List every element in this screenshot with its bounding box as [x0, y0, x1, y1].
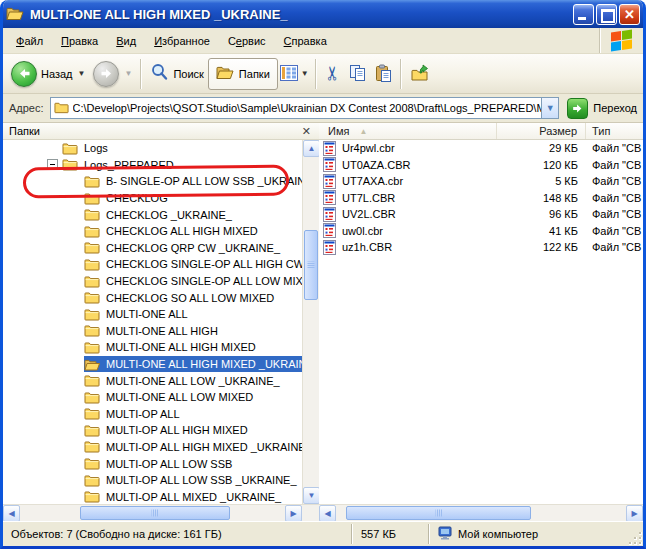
- tree-item-label: MULTI-OP ALL LOW SSB: [104, 458, 234, 470]
- tree-vscroll-thumb[interactable]: [304, 230, 318, 300]
- scroll-down-icon[interactable]: ▼: [303, 487, 319, 504]
- tree-hscroll-thumb[interactable]: [80, 506, 230, 520]
- file-row[interactable]: Ur4pwl.cbr29 КБФайл "CB: [319, 140, 643, 157]
- back-dropdown-icon[interactable]: ▼: [78, 69, 86, 78]
- tree-item[interactable]: CHECKLOG SINGLE-OP ALL HIGH CW: [3, 256, 319, 273]
- file-row[interactable]: UT7AXA.cbr5 КБФайл "CB: [319, 173, 643, 190]
- file-row[interactable]: UV2L.CBR96 КБФайл "CB: [319, 206, 643, 223]
- tree-item-body: CHECKLOG SO ALL LOW MIXED: [84, 289, 319, 306]
- back-icon: [11, 61, 37, 87]
- tree-item-label: Logs_PREPARED: [82, 159, 176, 171]
- paste-button[interactable]: [371, 62, 396, 86]
- column-header-size[interactable]: Размер: [497, 123, 586, 139]
- address-label: Адрес:: [9, 102, 44, 114]
- tree-item[interactable]: MULTI-ONE ALL HIGH: [3, 323, 319, 340]
- tree-horizontal-scrollbar[interactable]: ◀ ▶: [3, 504, 319, 521]
- tree-item[interactable]: Logs_PREPARED: [3, 157, 319, 174]
- tree-hscroll-track[interactable]: [20, 505, 285, 521]
- search-button[interactable]: Поиск: [146, 61, 207, 86]
- explorer-window: MULTI-ONE ALL HIGH MIXED _UKRAINE_ ✕ Фай…: [0, 0, 646, 549]
- scroll-right-icon[interactable]: ▶: [285, 505, 302, 522]
- tree-item[interactable]: CHECKLOG ALL HIGH MIXED: [3, 223, 319, 240]
- scroll-right-icon[interactable]: ▶: [626, 505, 643, 521]
- copy-button[interactable]: [345, 62, 371, 86]
- scroll-left-icon[interactable]: ◀: [3, 505, 20, 522]
- tree-item[interactable]: MULTI-OP ALL HIGH MIXED: [3, 422, 319, 439]
- address-combobox[interactable]: C:\Develop\Projects\QSOT.Studio\Sample\U…: [50, 97, 560, 119]
- file-type: Файл "CB: [586, 142, 643, 154]
- menu-item-edit[interactable]: Правка: [52, 35, 107, 47]
- menu-item-view[interactable]: Вид: [107, 35, 145, 47]
- search-icon: [150, 63, 169, 84]
- paste-icon: [375, 64, 392, 84]
- tree-item[interactable]: Logs: [3, 140, 319, 157]
- close-button[interactable]: ✕: [619, 4, 640, 25]
- file-row[interactable]: uw0l.cbr41 КБФайл "CB: [319, 223, 643, 240]
- go-button[interactable]: Переход: [567, 98, 637, 119]
- views-icon: [280, 65, 298, 83]
- views-dropdown-icon[interactable]: ▼: [301, 69, 309, 78]
- menu-item-favorites[interactable]: Избранное: [145, 35, 219, 47]
- minimize-button[interactable]: [573, 4, 594, 25]
- tree-item-body: MULTI-OP ALL HIGH MIXED _UKRAINE_: [84, 439, 319, 456]
- forward-button[interactable]: ▼: [89, 59, 136, 89]
- column-header-type[interactable]: Тип: [586, 123, 643, 139]
- cut-button[interactable]: ✂: [321, 62, 345, 85]
- address-dropdown-icon[interactable]: ▼: [541, 98, 558, 118]
- resize-grip[interactable]: [629, 532, 642, 545]
- folder-icon: [84, 407, 100, 420]
- tree-item[interactable]: MULTI-OP ALL: [3, 406, 319, 423]
- folders-label: Папки: [239, 68, 270, 80]
- folders-panel: Папки ✕ LogsLogs_PREPAREDB- SINGLE-OP AL…: [3, 123, 319, 521]
- menu-item-help[interactable]: Справка: [275, 35, 336, 47]
- files-horizontal-scrollbar[interactable]: ◀ ▶: [319, 504, 643, 521]
- address-input[interactable]: C:\Develop\Projects\QSOT.Studio\Sample\U…: [73, 102, 542, 114]
- tree-item[interactable]: CHECKLOG SO ALL LOW MIXED: [3, 289, 319, 306]
- file-type: Файл "CB: [586, 175, 643, 187]
- tree-item[interactable]: CHECKLOG SINGLE-OP ALL LOW MIXED _UKRAIN…: [3, 273, 319, 290]
- tree-item[interactable]: B- SINGLE-OP ALL LOW SSB _UKRAINE_: [3, 173, 319, 190]
- tree-item[interactable]: CHECKLOG: [3, 190, 319, 207]
- tree-item[interactable]: MULTI-ONE ALL HIGH MIXED _UKRAINE_: [3, 356, 319, 373]
- tree-item[interactable]: MULTI-OP ALL HIGH MIXED _UKRAINE_: [3, 439, 319, 456]
- folder-icon: [84, 208, 100, 221]
- file-icon: [323, 240, 336, 255]
- file-row[interactable]: UT0AZA.CBR120 КБФайл "CB: [319, 157, 643, 174]
- tree-vertical-scrollbar[interactable]: ▲ ▼: [302, 140, 319, 504]
- tree-item[interactable]: CHECKLOG QRP CW _UKRAINE_: [3, 240, 319, 257]
- tree-item[interactable]: MULTI-OP ALL LOW SSB _UKRAINE_: [3, 472, 319, 489]
- tree-item[interactable]: MULTI-OP ALL LOW SSB: [3, 455, 319, 472]
- menu-item-tools[interactable]: Сервис: [219, 35, 275, 47]
- files-hscroll-track[interactable]: [336, 505, 626, 521]
- file-row[interactable]: UT7L.CBR148 КБФайл "CB: [319, 190, 643, 207]
- tree-vscroll-track[interactable]: [303, 157, 319, 487]
- tree-item[interactable]: MULTI-ONE ALL HIGH MIXED: [3, 339, 319, 356]
- tree-item-label: MULTI-ONE ALL: [104, 308, 190, 320]
- folders-button[interactable]: Папки: [208, 58, 278, 90]
- scroll-left-icon[interactable]: ◀: [319, 505, 336, 521]
- tree-item[interactable]: MULTI-OP ALL MIXED _UKRAINE_: [3, 488, 319, 504]
- views-button[interactable]: ▼: [278, 63, 311, 85]
- tree-item[interactable]: MULTI-ONE ALL LOW _UKRAINE_: [3, 372, 319, 389]
- tree-expander-minus-icon[interactable]: [47, 159, 58, 170]
- tree-item[interactable]: MULTI-ONE ALL: [3, 306, 319, 323]
- maximize-button[interactable]: [596, 4, 617, 25]
- copy-icon: [349, 64, 367, 84]
- window-folder-icon: [6, 6, 24, 23]
- menu-item-file[interactable]: Файл: [7, 35, 52, 47]
- back-label: Назад: [41, 68, 73, 80]
- tree-item[interactable]: MULTI-ONE ALL LOW MIXED: [3, 389, 319, 406]
- tree-item-body: MULTI-ONE ALL: [84, 306, 319, 323]
- file-row[interactable]: uz1h.CBR122 КБФайл "CB: [319, 239, 643, 256]
- column-header-name[interactable]: Имя ▲: [319, 123, 497, 139]
- folders-panel-close-icon[interactable]: ✕: [300, 126, 313, 137]
- scrollbar-corner: [302, 505, 319, 522]
- file-icon: [323, 223, 336, 238]
- folder-up-button[interactable]: [406, 62, 434, 86]
- tree-item[interactable]: CHECKLOG _UKRAINE_: [3, 206, 319, 223]
- files-hscroll-thumb[interactable]: [346, 506, 531, 520]
- tree-item-body: CHECKLOG: [84, 190, 319, 207]
- back-button[interactable]: Назад ▼: [7, 59, 89, 89]
- status-location-label: Мой компьютер: [458, 528, 538, 540]
- scroll-up-icon[interactable]: ▲: [303, 140, 319, 157]
